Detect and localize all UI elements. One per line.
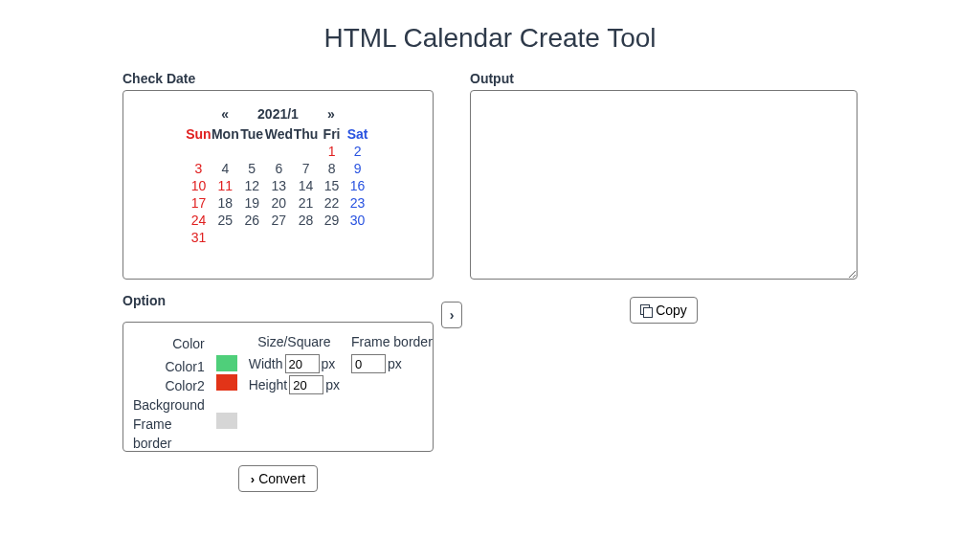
color2-swatch[interactable] — [216, 374, 237, 391]
calendar-day[interactable]: 2 — [345, 143, 370, 160]
calendar-day[interactable]: 15 — [319, 177, 345, 194]
calendar-dow: Tue — [239, 125, 265, 143]
calendar-day[interactable]: 16 — [345, 177, 370, 194]
size-heading: Size/Square — [249, 334, 340, 349]
calendar-day[interactable]: 12 — [239, 177, 265, 194]
calendar-panel: « 2021/1 » SunMonTueWedThuFriSat 1234567… — [122, 90, 434, 280]
calendar-table: SunMonTueWedThuFriSat 123456789101112131… — [186, 125, 370, 246]
height-unit: px — [325, 377, 340, 392]
page-title: HTML Calendar Create Tool — [0, 23, 980, 54]
calendar-day[interactable]: 1 — [319, 143, 345, 160]
calendar-day[interactable]: 26 — [239, 212, 265, 229]
calendar-day[interactable]: 23 — [345, 194, 370, 212]
calendar-empty — [293, 143, 319, 160]
calendar-empty — [265, 143, 293, 160]
calendar-empty — [186, 143, 212, 160]
frame-heading: Frame border — [351, 334, 428, 349]
calendar-month: 2021/1 — [257, 106, 299, 122]
color1-swatch[interactable] — [216, 355, 237, 371]
calendar-dow: Sat — [345, 125, 370, 143]
convert-button[interactable]: › Convert — [238, 465, 318, 492]
calendar-day[interactable]: 5 — [239, 160, 265, 177]
next-month-button[interactable]: » — [323, 106, 339, 122]
copy-button[interactable]: Copy — [630, 297, 698, 324]
calendar-empty — [265, 229, 293, 246]
calendar-dow: Mon — [212, 125, 239, 143]
calendar-day[interactable]: 10 — [186, 177, 212, 194]
calendar-day[interactable]: 29 — [319, 212, 345, 229]
width-label: Width — [249, 356, 283, 371]
prev-month-button[interactable]: « — [217, 106, 233, 122]
height-label: Height — [249, 377, 287, 392]
calendar-empty — [239, 143, 265, 160]
height-input[interactable] — [289, 375, 323, 394]
width-input[interactable] — [285, 354, 320, 373]
calendar-day[interactable]: 11 — [212, 177, 239, 194]
copy-button-label: Copy — [656, 303, 687, 318]
color-heading: Color — [172, 334, 204, 353]
calendar-day[interactable]: 31 — [186, 229, 212, 246]
calendar-day[interactable]: 7 — [293, 160, 319, 177]
calendar-day[interactable]: 25 — [212, 212, 239, 229]
output-textarea[interactable] — [470, 90, 858, 280]
calendar-empty — [239, 229, 265, 246]
calendar-day[interactable]: 4 — [212, 160, 239, 177]
calendar-dow: Sun — [186, 125, 212, 143]
calendar-day[interactable]: 13 — [265, 177, 293, 194]
calendar-day[interactable]: 19 — [239, 194, 265, 212]
calendar-day[interactable]: 17 — [186, 194, 212, 212]
calendar-day[interactable]: 22 — [319, 194, 345, 212]
calendar-dow: Fri — [319, 125, 345, 143]
calendar-day[interactable]: 9 — [345, 160, 370, 177]
calendar-day[interactable]: 3 — [186, 160, 212, 177]
check-date-label: Check Date — [122, 71, 434, 86]
calendar-empty — [293, 229, 319, 246]
option-panel: Color Color1 Color2 Background Frame bor… — [122, 322, 434, 452]
chevron-right-icon: › — [450, 307, 455, 323]
background-label: Background — [133, 395, 205, 415]
copy-icon — [640, 304, 652, 316]
calendar-day[interactable]: 6 — [265, 160, 293, 177]
chevron-right-icon: › — [251, 472, 255, 486]
width-unit: px — [322, 356, 336, 371]
calendar-empty — [212, 143, 239, 160]
calendar-empty — [319, 229, 345, 246]
calendar-dow: Thu — [293, 125, 319, 143]
color2-label: Color2 — [165, 376, 204, 395]
calendar-day[interactable]: 14 — [293, 177, 319, 194]
calendar-empty — [345, 229, 370, 246]
output-label: Output — [470, 71, 858, 86]
frame-border-input[interactable] — [351, 354, 386, 373]
convert-button-label: Convert — [258, 471, 305, 486]
arrow-separator[interactable]: › — [441, 302, 462, 328]
calendar-day[interactable]: 21 — [293, 194, 319, 212]
calendar-day[interactable]: 8 — [319, 160, 345, 177]
calendar-empty — [212, 229, 239, 246]
frame-border-unit: px — [388, 356, 402, 371]
calendar-day[interactable]: 20 — [265, 194, 293, 212]
frame-border-label: Frame border — [133, 415, 205, 434]
frame-border-swatch[interactable] — [216, 413, 237, 429]
calendar-day[interactable]: 28 — [293, 212, 319, 229]
option-label: Option — [122, 293, 434, 308]
calendar-day[interactable]: 24 — [186, 212, 212, 229]
calendar-day[interactable]: 27 — [265, 212, 293, 229]
calendar-dow: Wed — [265, 125, 293, 143]
background-swatch[interactable] — [216, 393, 237, 410]
color1-label: Color1 — [165, 357, 204, 376]
calendar-day[interactable]: 18 — [212, 194, 239, 212]
calendar-day[interactable]: 30 — [345, 212, 370, 229]
